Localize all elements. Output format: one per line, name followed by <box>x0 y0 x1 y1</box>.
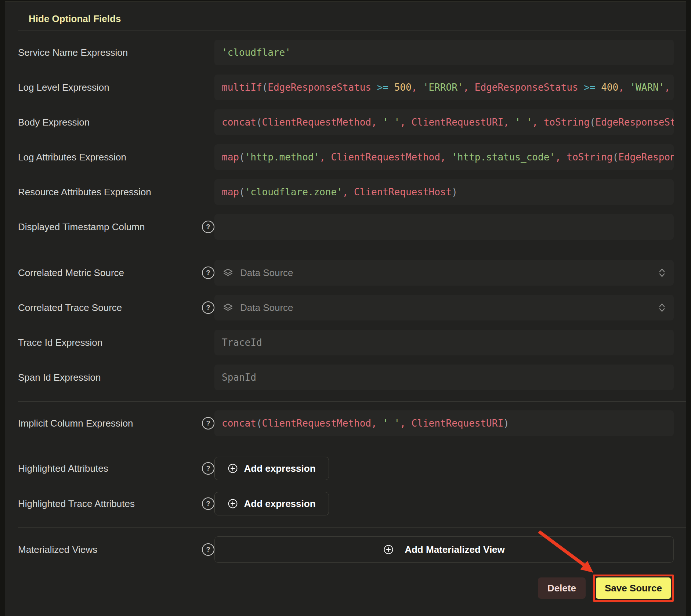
field-row-span_id: Span Id ExpressionSpanId <box>18 365 674 390</box>
field-input-log_level[interactable]: multiIf(EdgeResponseStatus >= 500, 'ERRO… <box>214 75 674 100</box>
field-label-col: Displayed Timestamp Column? <box>18 221 214 233</box>
field-row-trace_id: Trace Id ExpressionTraceId <box>18 330 674 355</box>
field-input-span_id[interactable]: SpanId <box>214 365 674 390</box>
source-settings-panel: Hide Optional Fields Service Name Expres… <box>5 1 686 616</box>
field-label-col: Service Name Expression <box>18 47 214 58</box>
section-divider <box>18 401 686 402</box>
field-input-service_name[interactable]: 'cloudflare' <box>214 40 674 65</box>
field-input-body[interactable]: concat(ClientRequestMethod, ' ', ClientR… <box>214 109 674 135</box>
field-row-correlated_metric: Correlated Metric Source?Data Source <box>18 260 674 286</box>
section-divider <box>18 527 686 528</box>
section-divider <box>18 30 686 30</box>
help-icon[interactable]: ? <box>202 417 214 430</box>
chevron-up-down-icon <box>658 267 666 278</box>
field-control: concat(ClientRequestMethod, ' ', ClientR… <box>214 109 674 135</box>
field-label-col: Materialized Views? <box>18 543 214 556</box>
help-icon[interactable]: ? <box>202 543 214 556</box>
field-row-body: Body Expressionconcat(ClientRequestMetho… <box>18 109 674 135</box>
add-expression-button[interactable]: Add expression <box>214 457 329 480</box>
select-placeholder: Data Source <box>240 267 651 279</box>
layers-icon <box>223 302 234 313</box>
field-label-highlighted_attributes: Highlighted Attributes <box>18 463 108 474</box>
layers-icon <box>223 267 234 278</box>
plus-circle-icon <box>383 544 394 555</box>
save-source-highlight: Save Source <box>593 575 674 602</box>
field-label-col: Implicit Column Expression? <box>18 417 214 430</box>
field-label-span_id: Span Id Expression <box>18 372 101 383</box>
chevron-up-down-icon <box>658 302 666 313</box>
button-label: Add expression <box>244 463 315 474</box>
field-row-log_level: Log Level ExpressionmultiIf(EdgeResponse… <box>18 75 674 100</box>
button-label: Add expression <box>244 498 315 510</box>
field-row-service_name: Service Name Expression'cloudflare' <box>18 40 674 65</box>
field-control: concat(ClientRequestMethod, ' ', ClientR… <box>214 410 674 436</box>
field-row-correlated_trace: Correlated Trace Source?Data Source <box>18 295 674 320</box>
field-label-col: Log Attributes Expression <box>18 151 214 163</box>
field-select-correlated_metric[interactable]: Data Source <box>214 260 674 286</box>
field-control: TraceId <box>214 330 674 355</box>
field-row-implicit_column: Implicit Column Expression?concat(Client… <box>18 410 674 436</box>
select-placeholder: Data Source <box>240 302 651 314</box>
hide-optional-fields-toggle[interactable]: Hide Optional Fields <box>29 13 121 25</box>
add-expression-button[interactable]: Add expression <box>214 492 329 515</box>
field-control: map('cloudflare.zone', ClientRequestHost… <box>214 179 674 205</box>
field-label-col: Trace Id Expression <box>18 337 214 348</box>
field-input-implicit_column[interactable]: concat(ClientRequestMethod, ' ', ClientR… <box>214 410 674 436</box>
field-control: map('http.method', ClientRequestMethod, … <box>214 144 674 170</box>
field-input-log_attributes[interactable]: map('http.method', ClientRequestMethod, … <box>214 144 674 170</box>
field-control: Data Source <box>214 260 674 286</box>
help-icon[interactable]: ? <box>202 462 214 475</box>
field-control: Add expression <box>214 457 674 480</box>
field-control: multiIf(EdgeResponseStatus >= 500, 'ERRO… <box>214 75 674 100</box>
field-input-trace_id[interactable]: TraceId <box>214 330 674 355</box>
field-label-materialized_views: Materialized Views <box>18 544 97 555</box>
section-divider <box>18 251 686 251</box>
field-label-log_level: Log Level Expression <box>18 81 109 93</box>
field-label-col: Resource Attributes Expression <box>18 186 214 198</box>
footer-actions: Delete Save Source <box>18 575 674 602</box>
field-row-displayed_timestamp: Displayed Timestamp Column? <box>18 214 674 240</box>
field-label-log_attributes: Log Attributes Expression <box>18 151 126 163</box>
plus-circle-icon <box>228 499 238 509</box>
field-label-col: Log Level Expression <box>18 81 214 93</box>
fields-list: Service Name Expression'cloudflare'Log L… <box>18 40 674 563</box>
field-control: SpanId <box>214 365 674 390</box>
help-icon[interactable]: ? <box>202 221 214 233</box>
help-icon[interactable]: ? <box>202 497 214 510</box>
delete-button[interactable]: Delete <box>538 577 586 599</box>
field-label-col: Body Expression <box>18 116 214 128</box>
field-control <box>214 214 674 240</box>
field-label-highlighted_trace_attributes: Highlighted Trace Attributes <box>18 498 135 510</box>
field-row-materialized_views: Materialized Views?Add Materialized View <box>18 536 674 563</box>
field-input-displayed_timestamp[interactable] <box>214 214 674 240</box>
field-label-body: Body Expression <box>18 116 90 128</box>
field-input-resource_attributes[interactable]: map('cloudflare.zone', ClientRequestHost… <box>214 179 674 205</box>
field-label-displayed_timestamp: Displayed Timestamp Column <box>18 221 145 233</box>
field-label-implicit_column: Implicit Column Expression <box>18 417 133 429</box>
field-row-highlighted_attributes: Highlighted Attributes?Add expression <box>18 457 674 480</box>
field-select-correlated_trace[interactable]: Data Source <box>214 295 674 320</box>
field-label-correlated_metric: Correlated Metric Source <box>18 267 124 279</box>
field-control: Data Source <box>214 295 674 320</box>
field-label-col: Highlighted Trace Attributes? <box>18 497 214 510</box>
field-control: Add expression <box>214 492 674 515</box>
field-label-col: Correlated Metric Source? <box>18 267 214 279</box>
field-label-col: Span Id Expression <box>18 372 214 383</box>
field-row-resource_attributes: Resource Attributes Expressionmap('cloud… <box>18 179 674 205</box>
help-icon[interactable]: ? <box>202 267 214 279</box>
plus-circle-icon <box>228 463 238 474</box>
field-label-resource_attributes: Resource Attributes Expression <box>18 186 151 198</box>
field-row-highlighted_trace_attributes: Highlighted Trace Attributes?Add express… <box>18 492 674 515</box>
field-row-log_attributes: Log Attributes Expressionmap('http.metho… <box>18 144 674 170</box>
input-placeholder: TraceId <box>222 337 262 348</box>
field-label-service_name: Service Name Expression <box>18 47 128 58</box>
field-label-trace_id: Trace Id Expression <box>18 337 102 348</box>
add-materialized-view-button[interactable]: Add Materialized View <box>214 536 674 563</box>
save-source-button[interactable]: Save Source <box>596 577 671 599</box>
field-control: Add Materialized View <box>214 536 674 563</box>
help-icon[interactable]: ? <box>202 301 214 314</box>
field-label-col: Highlighted Attributes? <box>18 462 214 475</box>
input-placeholder: SpanId <box>222 372 256 383</box>
field-label-col: Correlated Trace Source? <box>18 301 214 314</box>
field-control: 'cloudflare' <box>214 40 674 65</box>
